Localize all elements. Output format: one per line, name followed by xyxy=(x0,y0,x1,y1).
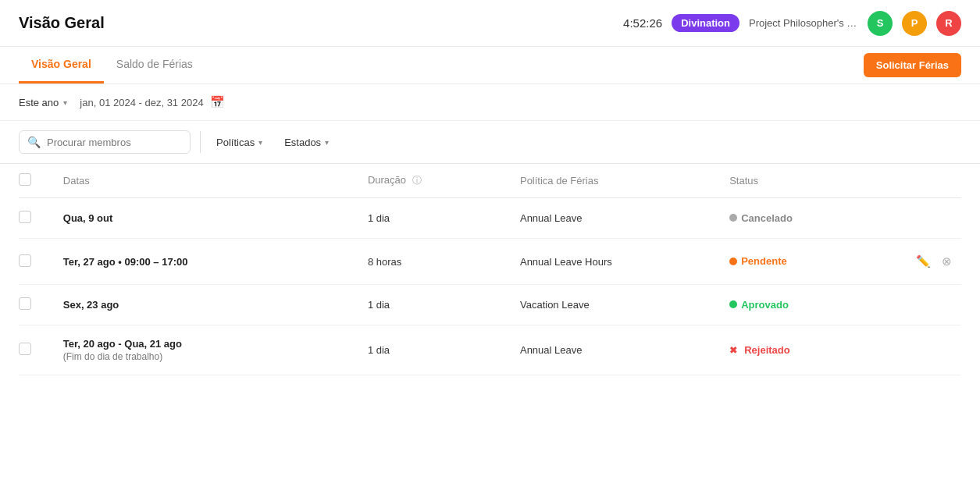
row3-status-badge: Aprovado xyxy=(729,299,789,311)
row4-actions xyxy=(895,325,961,375)
filters-bar: Este ano ▾ jan, 01 2024 - dez, 31 2024 📅 xyxy=(0,84,980,121)
row4-politica: Annual Leave xyxy=(514,325,723,375)
row2-checkbox[interactable] xyxy=(19,254,31,267)
avatar-yellow-button[interactable]: P xyxy=(902,11,927,36)
row2-status-dot xyxy=(729,258,737,265)
leave-table-wrap: Datas Duração ⓘ Política de Férias Statu… xyxy=(0,164,980,375)
col-politica-header: Política de Férias xyxy=(514,164,723,198)
avatar-green-button[interactable]: S xyxy=(868,11,893,36)
header: Visão Geral 4:52:26 Divination Project P… xyxy=(0,0,980,47)
row3-status-dot xyxy=(729,300,737,308)
tab-saldo-ferias[interactable]: Saldo de Férias xyxy=(104,47,205,84)
row3-duracao: 1 dia xyxy=(362,285,514,325)
row1-politica: Annual Leave xyxy=(514,198,723,239)
row3-dates: Sex, 23 ago xyxy=(57,285,362,325)
row2-status: Pendente xyxy=(723,239,894,285)
row1-actions xyxy=(895,198,961,239)
row2-action-buttons: ✏️ ⊗ xyxy=(901,251,955,272)
date-range-text: jan, 01 2024 - dez, 31 2024 xyxy=(80,97,203,108)
leave-table: Datas Duração ⓘ Política de Férias Statu… xyxy=(19,164,961,375)
row1-checkbox-cell xyxy=(19,198,57,239)
row2-actions: ✏️ ⊗ xyxy=(895,239,961,285)
row2-status-label: Pendente xyxy=(741,255,787,267)
calendar-icon[interactable]: 📅 xyxy=(210,95,225,109)
solicitar-ferias-button[interactable]: Solicitar Férias xyxy=(864,53,961,77)
row4-status-label: Rejeitado xyxy=(744,344,790,356)
row2-status-badge: Pendente xyxy=(729,255,787,267)
tabs-bar: Visão Geral Saldo de Férias Solicitar Fé… xyxy=(0,47,980,84)
row2-date-main: Ter, 27 ago • 09:00 – 17:00 xyxy=(63,256,355,268)
row4-status: ✖ Rejeitado xyxy=(723,325,894,375)
col-checkbox-header xyxy=(19,164,57,198)
divination-badge: Divination xyxy=(672,14,739,32)
row3-date-main: Sex, 23 ago xyxy=(63,299,355,311)
table-header-row: Datas Duração ⓘ Política de Férias Statu… xyxy=(19,164,961,198)
estados-filter-button[interactable]: Estados ▾ xyxy=(278,133,335,151)
search-icon: 🔍 xyxy=(27,136,41,148)
estados-label: Estados xyxy=(284,137,321,148)
search-input[interactable] xyxy=(47,137,182,148)
row4-checkbox-cell xyxy=(19,325,57,375)
row3-politica: Vacation Leave xyxy=(514,285,723,325)
table-row: Sex, 23 ago 1 dia Vacation Leave Aprovad… xyxy=(19,285,961,325)
row2-checkbox-cell xyxy=(19,239,57,285)
table-row: Ter, 20 ago - Qua, 21 ago (Fim do dia de… xyxy=(19,325,961,375)
row2-cancel-button[interactable]: ⊗ xyxy=(939,251,955,272)
row4-date-sub: (Fim do dia de trabalho) xyxy=(63,351,355,362)
select-all-checkbox[interactable] xyxy=(19,173,31,186)
row4-duracao: 1 dia xyxy=(362,325,514,375)
duracao-info-icon: ⓘ xyxy=(412,175,422,186)
row1-status-label: Cancelado xyxy=(741,212,793,224)
col-datas-header: Datas xyxy=(57,164,362,198)
row4-dates: Ter, 20 ago - Qua, 21 ago (Fim do dia de… xyxy=(57,325,362,375)
row3-status: Aprovado xyxy=(723,285,894,325)
date-range-filter: jan, 01 2024 - dez, 31 2024 📅 xyxy=(80,95,224,109)
row2-politica: Annual Leave Hours xyxy=(514,239,723,285)
year-label: Este ano xyxy=(19,97,59,108)
col-actions-header xyxy=(895,164,961,198)
page-title: Visão Geral xyxy=(19,14,105,32)
tab-visao-geral[interactable]: Visão Geral xyxy=(19,47,104,84)
row3-checkbox[interactable] xyxy=(19,297,31,310)
divider xyxy=(200,131,201,153)
year-filter[interactable]: Este ano ▾ xyxy=(19,97,67,108)
header-time: 4:52:26 xyxy=(623,16,662,30)
row4-status-icon: ✖ xyxy=(729,345,737,356)
table-row: Ter, 27 ago • 09:00 – 17:00 8 horas Annu… xyxy=(19,239,961,285)
row1-status: Cancelado xyxy=(723,198,894,239)
avatar-red-button[interactable]: R xyxy=(936,11,961,36)
header-right: 4:52:26 Divination Project Philosopher's… xyxy=(623,11,961,36)
table-row: Qua, 9 out 1 dia Annual Leave Cancelado xyxy=(19,198,961,239)
politicas-label: Políticas xyxy=(216,137,255,148)
row3-checkbox-cell xyxy=(19,285,57,325)
politicas-filter-button[interactable]: Políticas ▾ xyxy=(210,133,269,151)
row4-date-main: Ter, 20 ago - Qua, 21 ago xyxy=(63,338,355,350)
row3-status-label: Aprovado xyxy=(741,299,789,311)
project-name: Project Philosopher's S... xyxy=(749,17,858,29)
row4-checkbox[interactable] xyxy=(19,343,31,355)
search-wrap: 🔍 xyxy=(19,130,191,154)
estados-chevron-icon: ▾ xyxy=(325,138,329,147)
row4-status-badge: ✖ Rejeitado xyxy=(729,344,790,356)
row1-date-main: Qua, 9 out xyxy=(63,212,355,224)
row2-edit-button[interactable]: ✏️ xyxy=(913,251,934,272)
tabs-list: Visão Geral Saldo de Férias xyxy=(19,47,205,84)
row1-checkbox[interactable] xyxy=(19,211,31,223)
row1-status-dot xyxy=(729,214,737,222)
politicas-chevron-icon: ▾ xyxy=(258,138,262,147)
year-chevron-icon: ▾ xyxy=(63,98,67,107)
row1-status-badge: Cancelado xyxy=(729,212,793,224)
row2-dates: Ter, 27 ago • 09:00 – 17:00 xyxy=(57,239,362,285)
col-status-header: Status xyxy=(723,164,894,198)
col-duracao-header: Duração ⓘ xyxy=(362,164,514,198)
row2-duracao: 8 horas xyxy=(362,239,514,285)
row1-duracao: 1 dia xyxy=(362,198,514,239)
row3-actions xyxy=(895,285,961,325)
search-filter-bar: 🔍 Políticas ▾ Estados ▾ xyxy=(0,121,980,164)
row1-dates: Qua, 9 out xyxy=(57,198,362,239)
